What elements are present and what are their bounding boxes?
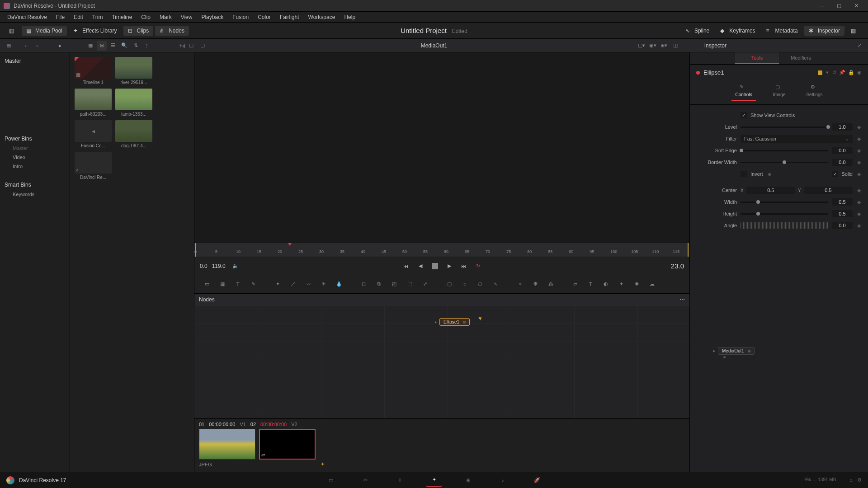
tab-tools[interactable]: Tools xyxy=(735,52,779,64)
bin-intro[interactable]: Intro xyxy=(4,162,66,171)
media-thumb[interactable]: dog-18014... xyxy=(115,120,152,148)
softedge-value[interactable]: 0.0 xyxy=(832,147,853,154)
audio-icon[interactable]: 🔈 xyxy=(230,261,241,272)
level-keyframe[interactable]: ◆ xyxy=(856,124,862,130)
node-output-port[interactable] xyxy=(463,321,466,324)
subtab-image[interactable]: ▢ Image xyxy=(769,84,789,101)
solid-checkbox[interactable] xyxy=(832,171,838,177)
subtab-settings[interactable]: ⚙ Settings xyxy=(802,84,826,101)
loop-button[interactable]: ↻ xyxy=(473,261,484,272)
node-mediaout1[interactable]: MediaOut1 xyxy=(718,347,755,355)
borderwidth-value[interactable]: 0.0 xyxy=(832,159,853,166)
resize-tool[interactable]: ⤢ xyxy=(419,278,431,291)
nodes-canvas[interactable]: ▸ Ellipse1 ▸ MediaOut1 xyxy=(194,305,689,418)
borderwidth-keyframe[interactable]: ◆ xyxy=(856,160,862,165)
softedge-keyframe[interactable]: ◆ xyxy=(856,148,862,154)
grid-overlay-button[interactable]: ⊞▾ xyxy=(659,41,669,51)
particle-render-tool[interactable]: ❋ xyxy=(529,278,542,291)
text-tool[interactable]: T xyxy=(231,278,244,291)
filter-dropdown[interactable]: Fast Gaussian⌄ xyxy=(741,135,853,143)
height-value[interactable]: 0.5 xyxy=(832,210,853,217)
menu-edit[interactable]: Edit xyxy=(69,12,88,22)
viewer-more-button[interactable]: ⋯ xyxy=(682,41,692,51)
smart-bins-section[interactable]: Smart Bins xyxy=(4,180,66,190)
reset-icon[interactable]: ↺ xyxy=(832,70,836,75)
maximize-button[interactable]: ▢ xyxy=(831,1,847,11)
clip-thumb-2[interactable]: ▱ xyxy=(259,429,316,460)
thumb-view-button[interactable]: ▦ xyxy=(85,41,95,51)
angle-keyframe[interactable]: ◆ xyxy=(856,223,862,229)
angle-value[interactable]: 0.0 xyxy=(832,222,853,229)
menu-timeline[interactable]: Timeline xyxy=(107,12,137,22)
render3d-tool[interactable]: ✺ xyxy=(630,278,643,291)
matte-tool[interactable]: ⬚ xyxy=(403,278,416,291)
keyframes-button[interactable]: ◆Keyframes xyxy=(716,26,760,36)
layout-button[interactable]: ▥ xyxy=(5,26,20,36)
playhead[interactable] xyxy=(290,243,290,257)
ellipse-tool[interactable]: ○ xyxy=(458,278,471,291)
shape3d-tool[interactable]: T xyxy=(584,278,597,291)
split-button[interactable]: ◫ xyxy=(670,41,680,51)
viewer-opt1-button[interactable]: ▢ xyxy=(186,41,196,51)
show-view-checkbox[interactable] xyxy=(741,112,747,118)
bin-video[interactable]: Video xyxy=(4,153,66,162)
tab-modifiers[interactable]: Modifiers xyxy=(779,52,823,64)
camera3d-tool[interactable]: ◐ xyxy=(599,278,612,291)
go-first-button[interactable]: ⏮ xyxy=(401,261,411,272)
menu-davinci-resolve[interactable]: DaVinci Resolve xyxy=(3,12,52,22)
hue-tool[interactable]: 💧 xyxy=(333,278,345,291)
clips-button[interactable]: ⊟Clips xyxy=(123,26,154,36)
bin-keywords[interactable]: Keywords xyxy=(4,190,66,199)
invert-checkbox[interactable] xyxy=(741,171,747,177)
width-keyframe[interactable]: ◆ xyxy=(856,199,862,205)
options-button[interactable]: ⋯ xyxy=(43,41,53,51)
viewer-layout-button[interactable]: ▢▾ xyxy=(637,41,646,51)
viewer[interactable] xyxy=(194,52,689,243)
borderwidth-slider[interactable] xyxy=(741,162,828,163)
timeline-ruler[interactable]: 0510152025303540455055606570758085909510… xyxy=(194,243,689,257)
cloud-tool[interactable]: ☁ xyxy=(646,278,658,291)
page-deliver[interactable]: 🚀 xyxy=(529,474,545,487)
center-keyframe[interactable]: ◆ xyxy=(856,188,862,193)
menu-mark[interactable]: Mark xyxy=(155,12,176,22)
width-slider[interactable] xyxy=(741,202,828,203)
home-button[interactable]: ⌂ xyxy=(849,477,853,483)
node-output-port[interactable] xyxy=(748,350,750,352)
color-picker-button[interactable]: ◉▾ xyxy=(648,41,658,51)
minimize-button[interactable]: ─ xyxy=(814,1,830,11)
grid-view-button[interactable]: ⊞ xyxy=(97,41,107,51)
center-y-value[interactable]: 0.5 xyxy=(804,187,853,194)
bin-master[interactable]: Master xyxy=(4,144,66,153)
particle-merge-tool[interactable]: ⁂ xyxy=(544,278,557,291)
power-bins-section[interactable]: Power Bins xyxy=(4,134,66,144)
menu-playback[interactable]: Playback xyxy=(197,12,228,22)
blur-tool[interactable]: ◻ xyxy=(357,278,370,291)
menu-help[interactable]: Help xyxy=(340,12,360,22)
close-button[interactable]: ✕ xyxy=(848,1,864,11)
height-slider[interactable] xyxy=(741,213,828,215)
background-tool[interactable]: ▭ xyxy=(201,278,213,291)
page-color[interactable]: ◉ xyxy=(460,474,476,487)
spline-button[interactable]: ∿Spline xyxy=(681,26,714,36)
lock-icon[interactable]: 🔒 xyxy=(848,70,854,75)
polygon-tool[interactable]: ⬠ xyxy=(474,278,486,291)
level-slider[interactable] xyxy=(741,127,828,128)
node-ellipse1[interactable]: Ellipse1 xyxy=(439,318,470,326)
invert-keyframe[interactable]: ◆ xyxy=(767,171,772,177)
media-thumb[interactable]: river-29519... xyxy=(115,57,152,85)
page-media[interactable]: ▭ xyxy=(323,474,339,487)
master-bin[interactable]: Master xyxy=(4,56,66,66)
subtab-controls[interactable]: ✎ Controls xyxy=(731,84,755,101)
media-pool-button[interactable]: ▦Media Pool xyxy=(22,26,67,36)
menu-workspace[interactable]: Workspace xyxy=(304,12,340,22)
more-button[interactable]: ⋯ xyxy=(153,41,163,51)
media-thumb[interactable]: path-83203... xyxy=(75,89,112,117)
menu-trim[interactable]: Trim xyxy=(88,12,108,22)
menu-view[interactable]: View xyxy=(176,12,197,22)
dual-pane-button[interactable]: ▥ xyxy=(846,26,862,36)
search-button[interactable]: 🔍 xyxy=(119,41,129,51)
channels-tool[interactable]: 〰 xyxy=(302,278,315,291)
media-thumb[interactable]: Fusion Co... xyxy=(75,120,112,148)
brightness-tool[interactable]: ／ xyxy=(287,278,299,291)
menu-fairlight[interactable]: Fairlight xyxy=(275,12,304,22)
